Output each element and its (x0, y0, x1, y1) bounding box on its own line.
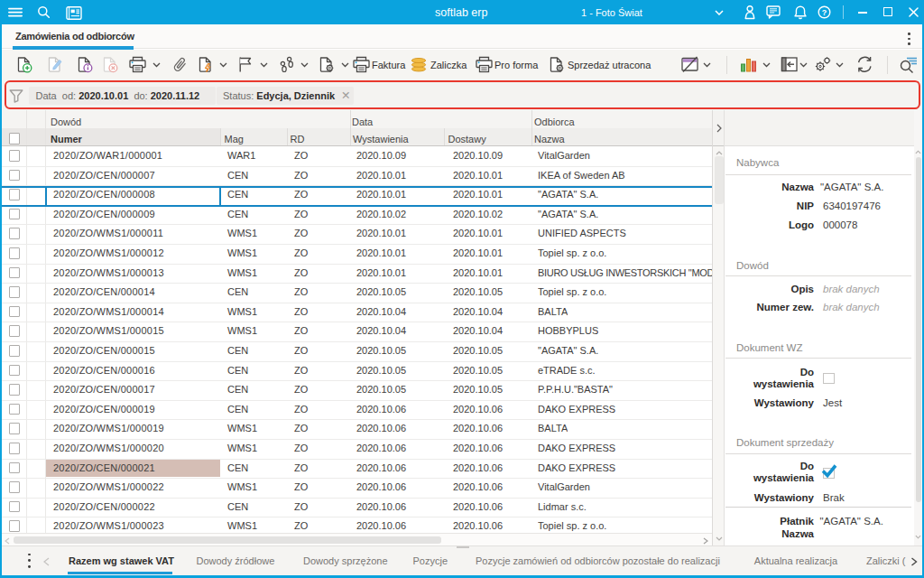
svg-text:?: ? (822, 8, 827, 17)
